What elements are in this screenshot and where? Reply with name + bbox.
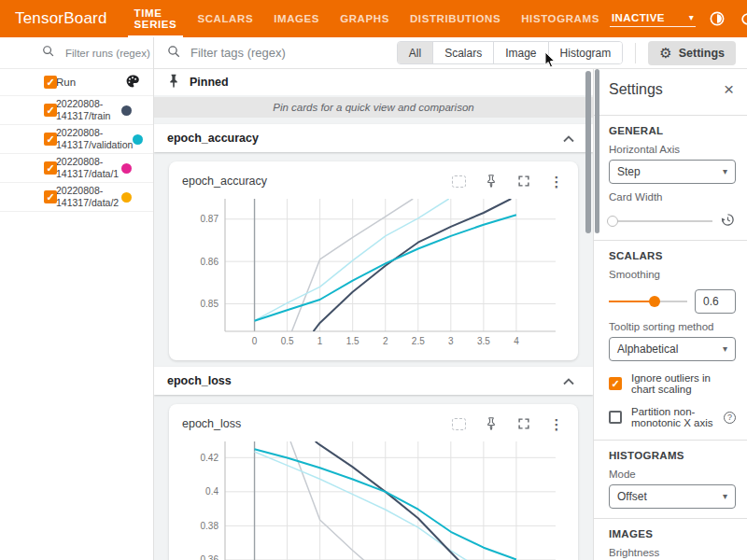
smoothing-slider[interactable] <box>609 295 687 308</box>
horizontal-axis-select[interactable]: Step ▾ <box>609 160 736 184</box>
settings-scrollbar[interactable] <box>595 69 599 233</box>
main-scrollbar[interactable] <box>585 71 591 233</box>
divider <box>594 240 747 241</box>
chevron-down-icon: ▾ <box>723 492 727 501</box>
tooltip-sorting-value: Alphabetical <box>617 343 678 356</box>
run-row[interactable]: 20220808-141317/train <box>0 96 153 125</box>
run-checkbox[interactable] <box>44 104 57 117</box>
series-20220808-141317-validation-raw <box>255 199 449 321</box>
pin-icon[interactable] <box>483 415 500 432</box>
tab-scalars[interactable]: SCALARS <box>187 0 263 37</box>
reset-icon[interactable] <box>720 212 736 231</box>
section-header-epoch_accuracy[interactable]: epoch_accuracy <box>154 124 593 152</box>
pin-icon <box>167 74 180 91</box>
tooltip-sorting-select[interactable]: Alphabetical ▾ <box>609 337 736 361</box>
cards-area: Pinned Pin cards for a quick view and co… <box>154 69 593 560</box>
run-row[interactable]: 20220808-141317/data/2 <box>0 183 153 212</box>
line-chart-epoch_accuracy[interactable]: 0.850.860.8700.511.522.533.54 <box>182 193 565 352</box>
pinned-hint-strip: Pin cards for a quick view and compariso… <box>154 97 593 118</box>
filter-runs-input[interactable]: Filter runs (regex) <box>0 37 153 69</box>
tab-time-series[interactable]: TIME SERIES <box>124 0 188 37</box>
svg-text:0.38: 0.38 <box>201 521 219 531</box>
series-20220808-141317-validation-raw <box>255 452 484 560</box>
run-color-dot <box>121 163 132 174</box>
refresh-icon[interactable] <box>739 9 747 28</box>
run-name: 20220808-141317/data/1 <box>56 156 121 180</box>
section-header-epoch_loss[interactable]: epoch_loss <box>154 367 593 395</box>
card-width-slider[interactable] <box>609 215 712 228</box>
close-icon[interactable]: × <box>724 80 734 98</box>
run-checkbox[interactable] <box>44 161 57 175</box>
ignore-outliers-label: Ignore outliers in chart scaling <box>631 372 736 395</box>
partition-x-axis-checkbox[interactable] <box>609 411 622 424</box>
status-label: INACTIVE <box>612 12 665 23</box>
svg-text:0.85: 0.85 <box>201 299 219 309</box>
run-checkbox[interactable] <box>44 133 57 146</box>
svg-text:0.36: 0.36 <box>201 554 219 560</box>
fit-to-data-icon[interactable] <box>450 415 467 432</box>
tag-type-filter-group: AllScalarsImageHistogram <box>397 41 623 64</box>
run-name: 20220808-141317/data/2 <box>56 185 121 209</box>
svg-text:2: 2 <box>383 336 388 346</box>
scalar-card-epoch_loss: epoch_loss⋮0.360.380.40.4200.511.522.533… <box>169 404 578 560</box>
series-20220808-141317-train-raw <box>290 441 382 560</box>
divider <box>594 440 747 441</box>
status-dropdown[interactable]: INACTIVE ▾ <box>610 10 696 27</box>
pinned-label: Pinned <box>190 76 229 89</box>
settings-panel-title: Settings <box>609 81 663 98</box>
card-icons: ⋮ <box>450 415 565 432</box>
chevron-down-icon: ▾ <box>723 167 727 176</box>
run-header-checkbox[interactable] <box>44 76 57 89</box>
svg-text:2.5: 2.5 <box>412 336 425 346</box>
app-logo: TensorBoard <box>0 0 124 37</box>
run-checkbox[interactable] <box>44 190 57 203</box>
chevron-up-icon[interactable] <box>563 374 574 388</box>
card-title: epoch_loss <box>182 417 241 430</box>
svg-text:0.87: 0.87 <box>201 214 219 224</box>
tooltip-sorting-label: Tooltip sorting method <box>609 321 736 332</box>
card-title: epoch_accuracy <box>182 175 267 188</box>
settings-button[interactable]: ⚙ Settings <box>648 41 736 65</box>
help-icon[interactable]: ? <box>724 412 736 424</box>
toolbar-divider <box>635 43 636 63</box>
more-options-icon[interactable]: ⋮ <box>548 415 565 432</box>
settings-button-label: Settings <box>679 47 725 60</box>
tab-histograms[interactable]: HISTOGRAMS <box>511 0 610 37</box>
run-row[interactable]: 20220808-141317/validation <box>0 125 153 154</box>
card-icons: ⋮ <box>450 173 565 189</box>
horizontal-axis-label: Horizontal Axis <box>609 144 736 155</box>
filter-tags-input[interactable]: Filter tags (regex) <box>167 45 397 62</box>
filter-button-scalars[interactable]: Scalars <box>432 42 493 63</box>
tab-distributions[interactable]: DISTRIBUTIONS <box>400 0 511 37</box>
svg-text:3.5: 3.5 <box>477 336 490 346</box>
tag-toolbar: Filter tags (regex) AllScalarsImageHisto… <box>154 37 747 69</box>
chevron-up-icon[interactable] <box>563 132 574 146</box>
more-options-icon[interactable]: ⋮ <box>548 173 565 189</box>
pinned-hint-text: Pin cards for a quick view and compariso… <box>273 102 473 113</box>
pin-icon[interactable] <box>483 173 500 189</box>
fullscreen-icon[interactable] <box>515 173 532 189</box>
horizontal-axis-value: Step <box>617 165 641 178</box>
tab-images[interactable]: IMAGES <box>263 0 330 37</box>
general-heading: GENERAL <box>609 125 736 136</box>
filter-button-image[interactable]: Image <box>493 42 547 63</box>
fit-to-data-icon[interactable] <box>450 173 467 189</box>
ignore-outliers-checkbox[interactable] <box>609 377 622 390</box>
section-title: epoch_accuracy <box>167 132 259 145</box>
runs-sidebar: Filter runs (regex) Run 20220808-141317/… <box>0 37 154 560</box>
filter-runs-placeholder: Filter runs (regex) <box>42 48 150 59</box>
palette-icon[interactable] <box>125 74 140 91</box>
run-row[interactable]: 20220808-141317/data/1 <box>0 154 153 183</box>
fullscreen-icon[interactable] <box>515 415 532 432</box>
smoothing-input[interactable]: 0.6 <box>695 289 736 314</box>
histogram-mode-select[interactable]: Offset ▾ <box>609 484 736 509</box>
tab-graphs[interactable]: GRAPHS <box>330 0 400 37</box>
run-name: 20220808-141317/train <box>56 98 121 122</box>
filter-button-all[interactable]: All <box>398 42 432 63</box>
line-chart-epoch_loss[interactable]: 0.360.380.40.4200.511.522.533.54 <box>182 436 565 560</box>
section-title: epoch_loss <box>167 374 232 387</box>
card-width-label: Card Width <box>609 191 736 203</box>
brightness-toggle-icon[interactable] <box>708 9 726 28</box>
filter-button-histogram[interactable]: Histogram <box>548 42 623 63</box>
appbar-right: INACTIVE ▾ ⚙ ? <box>610 0 747 37</box>
